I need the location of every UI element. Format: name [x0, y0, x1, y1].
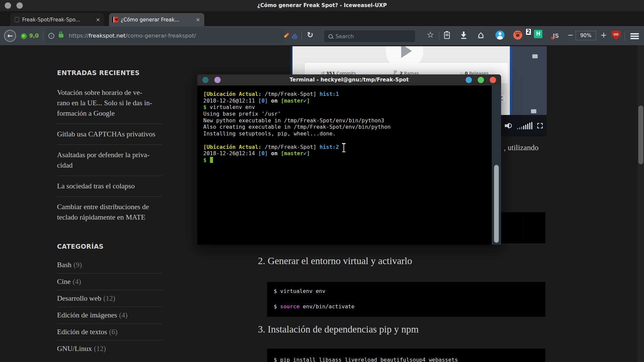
code-arg: env/bin/activate: [300, 303, 355, 310]
search-box[interactable]: [324, 31, 415, 42]
terminal-output-line: Using base prefix '/usr': [203, 111, 281, 117]
search-input[interactable]: [333, 33, 415, 40]
panel-icon: [532, 54, 538, 58]
terminal-maximize-button[interactable]: [478, 77, 484, 83]
recent-entries-heading: ENTRADAS RECIENTES: [57, 69, 168, 76]
mouse-ibeam-cursor: [341, 143, 346, 152]
zoom-out-button[interactable]: −: [568, 31, 574, 39]
terminal-output-line: Also creating executable in /tmp/Freak-S…: [203, 124, 391, 130]
tab-close-icon[interactable]: ×: [93, 16, 104, 23]
speaker-icon[interactable]: [505, 122, 513, 129]
terminal-title: Terminal - heckyel@gnu:/tmp/Freak-Spot: [197, 74, 501, 85]
code-line: $ source env/bin/activate: [274, 303, 539, 310]
zoom-in-button[interactable]: +: [600, 31, 607, 39]
tab-label: ¿Cómo generar Freak...: [121, 17, 193, 23]
terminal-retcode: [0]: [258, 150, 268, 157]
category-link[interactable]: Edición de imágenes(4): [57, 307, 162, 323]
library-icon[interactable]: [444, 32, 450, 39]
section-heading-3: 3. Instalación de dependencias pip y npm: [258, 324, 419, 335]
terminal-path: /tmp/Freak-Spot]: [261, 91, 316, 97]
terminal-minimize-button[interactable]: [466, 77, 472, 83]
category-count: (4): [119, 311, 127, 319]
terminal-hist: hist:1: [316, 91, 339, 97]
url-scheme: https://: [69, 33, 89, 39]
recent-entry-link[interactable]: Votación sobre horario de ve- rano en la…: [57, 82, 162, 124]
recent-entry-link[interactable]: Gitlab usa CAPTCHAs privativos: [57, 124, 162, 144]
category-name: Desarrollo web: [57, 294, 101, 302]
bookmark-star-icon[interactable]: ☆: [427, 30, 434, 40]
zoom-level[interactable]: 90%: [576, 31, 596, 40]
page-action-icon[interactable]: [291, 33, 299, 40]
terminal-location-label: [Ubicación Actual:: [203, 91, 261, 97]
category-count: (12): [103, 294, 115, 302]
category-link[interactable]: Bash(9): [57, 257, 162, 273]
tab-close-icon[interactable]: ×: [193, 16, 204, 23]
recent-entry-link[interactable]: Asaltadas por defender la priva- cidad: [57, 144, 162, 176]
page-icon: [15, 17, 19, 22]
recent-entry-link[interactable]: Cambiar entre distribuciones de teclado …: [57, 196, 162, 228]
back-button[interactable]: ←: [4, 30, 16, 42]
terminal-branch: [master: [281, 98, 303, 104]
info-icon[interactable]: i: [48, 33, 54, 39]
url-text: https://freakspot.net/como-generar-freak…: [69, 33, 196, 39]
terminal-titlebar[interactable]: Terminal - heckyel@gnu:/tmp/Freak-Spot: [197, 74, 501, 85]
terminal-window[interactable]: Terminal - heckyel@gnu:/tmp/Freak-Spot […: [197, 74, 501, 245]
terminal-close-button[interactable]: [490, 77, 496, 83]
terminal-output-line: New python executable in /tmp/Freak-Spot…: [203, 117, 384, 124]
category-name: Cine: [57, 278, 71, 286]
category-name: Bash: [57, 261, 71, 269]
tab-bar: Freak-Spot/Freak-Spo... × ¿Cómo generar …: [0, 11, 644, 26]
category-name: GNU/Linux: [57, 345, 92, 353]
url-path: /como-generar-freakspot/: [125, 33, 196, 39]
terminal-on: on: [268, 150, 281, 157]
home-icon[interactable]: ⌂: [478, 29, 484, 41]
article-text-fragment: , utilizando: [504, 143, 538, 152]
search-icon: [328, 34, 333, 39]
rating-value: 9,0: [29, 33, 39, 39]
highlighter-icon[interactable]: [284, 33, 289, 38]
recent-entry-link[interactable]: La sociedad tras el colapso: [57, 176, 162, 196]
tab-como-generar-active[interactable]: ¿Cómo generar Freak... ×: [109, 13, 204, 26]
terminal-branch: [master: [281, 150, 303, 157]
wot-rating-icon[interactable]: [21, 33, 27, 39]
separator: [302, 32, 302, 40]
lock-icon[interactable]: [59, 34, 63, 38]
terminal-scrollbar-track[interactable]: [492, 85, 501, 245]
navigation-toolbar: ← 9,0 i https://freakspot.net/como-gener…: [0, 26, 644, 45]
video-frame-side-panel: [512, 46, 547, 115]
terminal-retcode: [0]: [258, 98, 268, 104]
fullscreen-icon[interactable]: [537, 122, 543, 129]
panel-icon: [531, 109, 536, 113]
check-icon: ✔: [304, 150, 307, 157]
downloads-icon[interactable]: [461, 32, 467, 39]
terminal-prompt: $: [203, 157, 207, 163]
terminal-titlebar-dot-teal[interactable]: [202, 77, 209, 83]
terminal-blank-line: [203, 137, 391, 144]
page-scrollbar-track[interactable]: [638, 45, 644, 362]
category-count: (6): [109, 328, 117, 336]
category-count: (4): [73, 278, 81, 286]
https-everywhere-icon[interactable]: H: [534, 30, 542, 38]
category-link[interactable]: Edición de textos(6): [57, 323, 162, 340]
category-count: (12): [94, 345, 106, 353]
terminal-prompt: $: [203, 104, 207, 110]
ublock-icon[interactable]: UO: [611, 30, 621, 40]
category-link[interactable]: Desarrollo web(12): [57, 290, 162, 307]
category-link[interactable]: Cine(4): [57, 273, 162, 290]
volume-bars[interactable]: [517, 122, 533, 129]
account-icon[interactable]: [495, 31, 504, 40]
menu-icon[interactable]: [630, 33, 639, 39]
categories-heading: CATEGORÍAS: [57, 243, 168, 250]
tab-freak-spot-repo[interactable]: Freak-Spot/Freak-Spo... ×: [10, 13, 104, 26]
reload-icon[interactable]: ↻: [307, 31, 313, 39]
window-titlebar: ¿Cómo generar Freak Spot? - Iceweasel-UX…: [0, 0, 644, 11]
terminal-path: /tmp/Freak-Spot]: [261, 144, 316, 150]
category-count: (9): [73, 261, 82, 269]
terminal-scrollbar-thumb[interactable]: [494, 165, 499, 243]
terminal-content: [Ubicación Actual: /tmp/Freak-Spot] hist…: [197, 85, 501, 245]
check-icon: ✔: [304, 98, 307, 104]
privacy-badger-icon[interactable]: [513, 31, 522, 40]
page-scrollbar-thumb[interactable]: [638, 106, 643, 164]
category-link[interactable]: GNU/Linux(12): [57, 340, 162, 357]
terminal-titlebar-dot-purple[interactable]: [214, 77, 221, 83]
